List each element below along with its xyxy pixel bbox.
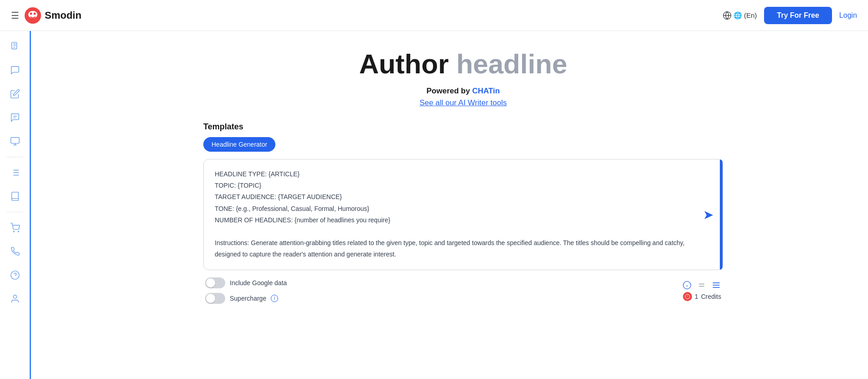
google-data-toggle-item: Include Google data [205, 277, 287, 288]
info-circle-icon[interactable] [682, 280, 692, 290]
hero-section: Author headline Powered by CHATin See al… [359, 49, 568, 108]
powered-by: Powered by CHATin [359, 87, 568, 96]
toggle-knob [206, 278, 215, 287]
credits-label: Credits [701, 293, 721, 300]
lang-label: 🌐 (En) [734, 11, 757, 20]
supercharge-toggle-knob [206, 294, 215, 303]
hamburger-icon[interactable]: ☰ [11, 10, 19, 21]
credits-icon [683, 292, 692, 301]
credits-badge: 1 Credits [683, 292, 721, 301]
send-button[interactable]: ➤ [703, 207, 713, 222]
svg-point-9 [10, 271, 19, 279]
templates-section: Templates Headline Generator HEADLINE TY… [203, 122, 723, 304]
sidebar-item-edit[interactable] [5, 84, 25, 104]
layout: Author headline Powered by CHATin See al… [0, 31, 868, 379]
logo-icon [25, 7, 41, 24]
sidebar-item-support[interactable] [5, 241, 25, 261]
templates-label: Templates [203, 122, 723, 132]
toggle-row: Include Google data Supercharge i [205, 277, 287, 304]
logo-container: Smodin [25, 7, 82, 24]
svg-point-8 [18, 231, 19, 232]
svg-point-7 [13, 231, 14, 232]
language-button[interactable]: 🌐 (En) [723, 11, 757, 20]
textarea-container: HEADLINE TYPE: {ARTICLE} TOPIC: {TOPIC} … [203, 159, 723, 270]
sidebar-item-profile[interactable] [5, 289, 25, 309]
svg-point-2 [30, 12, 32, 15]
sidebar-item-cart[interactable] [5, 218, 25, 238]
svg-point-3 [34, 12, 36, 15]
minus-lines-icon[interactable] [697, 280, 707, 290]
hero-title-bold: Author [359, 49, 449, 79]
see-all-link[interactable]: See all our AI Writer tools [359, 98, 568, 108]
credits-count: 1 [695, 293, 698, 300]
sidebar-divider-1 [7, 157, 23, 157]
svg-rect-6 [10, 138, 19, 143]
svg-point-10 [13, 295, 16, 298]
sidebar-divider-2 [7, 212, 23, 212]
header: ☰ Smodin 🌐 (En) Try For Free Login [0, 0, 868, 31]
supercharge-label: Supercharge [230, 295, 266, 302]
header-left: ☰ Smodin [11, 7, 82, 24]
sidebar-item-help[interactable] [5, 265, 25, 285]
google-data-label: Include Google data [230, 279, 287, 287]
hero-title-light: headline [456, 49, 567, 79]
footer-controls: Include Google data Supercharge i [203, 277, 723, 304]
logo-text: Smodin [45, 10, 82, 21]
sidebar-item-message[interactable] [5, 108, 25, 128]
sidebar-item-document[interactable] [5, 36, 25, 56]
sidebar-item-book[interactable] [5, 186, 25, 206]
svg-point-1 [28, 11, 37, 18]
hero-title: Author headline [359, 49, 568, 79]
chatin-link[interactable]: CHATin [472, 87, 500, 95]
sidebar-item-chat[interactable] [5, 60, 25, 80]
header-right: 🌐 (En) Try For Free Login [723, 7, 857, 24]
icon-row [682, 280, 721, 290]
credits-area: 1 Credits [682, 280, 721, 301]
sidebar [0, 31, 31, 379]
supercharge-info-icon[interactable]: i [271, 295, 278, 302]
login-button[interactable]: Login [839, 11, 857, 20]
textarea-content[interactable]: HEADLINE TYPE: {ARTICLE} TOPIC: {TOPIC} … [215, 169, 695, 261]
main-content: Author headline Powered by CHATin See al… [31, 31, 868, 379]
template-chip-headline[interactable]: Headline Generator [203, 137, 275, 152]
google-data-toggle[interactable] [205, 277, 225, 288]
menu-lines-icon[interactable] [711, 280, 721, 290]
textarea-border-right [720, 159, 723, 270]
try-free-button[interactable]: Try For Free [764, 7, 832, 24]
sidebar-item-list[interactable] [5, 163, 25, 183]
sidebar-item-presentation[interactable] [5, 131, 25, 151]
supercharge-toggle[interactable] [205, 293, 225, 304]
supercharge-toggle-item: Supercharge i [205, 293, 287, 304]
